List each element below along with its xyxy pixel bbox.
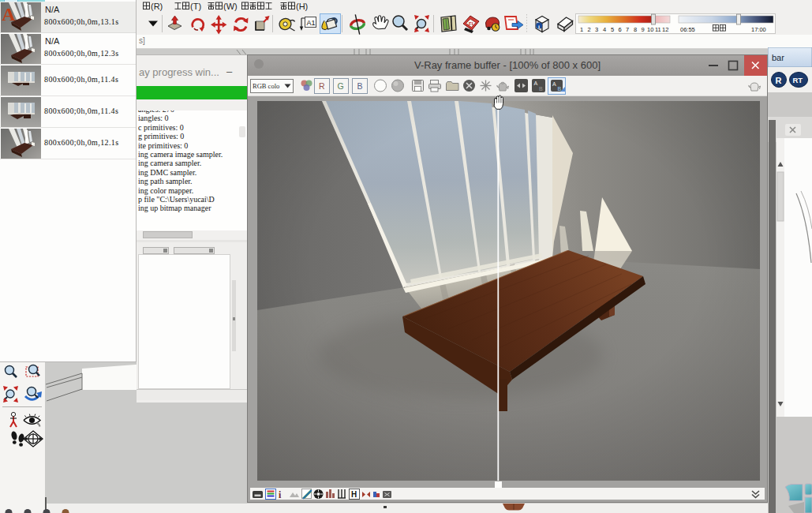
svg-text:17:00: 17:00 bbox=[751, 26, 766, 33]
svg-text:R: R bbox=[319, 81, 325, 91]
svg-text:i: i bbox=[279, 489, 282, 500]
svg-text:06:55: 06:55 bbox=[680, 26, 695, 33]
svg-text:6: 6 bbox=[619, 26, 622, 33]
svg-text:1: 1 bbox=[580, 26, 583, 33]
svg-text:H: H bbox=[351, 490, 357, 499]
svg-text:B: B bbox=[558, 86, 562, 92]
svg-text:B: B bbox=[539, 86, 543, 92]
svg-text:bar: bar bbox=[772, 53, 784, 62]
svg-text:A: A bbox=[2, 4, 16, 24]
svg-text:9: 9 bbox=[642, 26, 645, 33]
svg-text:A: A bbox=[552, 81, 556, 87]
svg-text:5: 5 bbox=[611, 26, 614, 33]
svg-text:3: 3 bbox=[595, 26, 598, 33]
svg-text:FL: FL bbox=[469, 21, 475, 26]
svg-text:R: R bbox=[776, 76, 782, 85]
svg-text:11: 11 bbox=[655, 26, 661, 33]
svg-text:12: 12 bbox=[662, 26, 668, 33]
svg-text:RGB colo: RGB colo bbox=[253, 82, 279, 90]
svg-text:10: 10 bbox=[647, 26, 653, 33]
svg-text:RT: RT bbox=[793, 76, 803, 84]
svg-text:7: 7 bbox=[626, 26, 629, 33]
svg-text:i: i bbox=[538, 24, 540, 30]
svg-text:B: B bbox=[357, 81, 363, 91]
svg-text:A1: A1 bbox=[307, 19, 316, 27]
svg-text:4: 4 bbox=[603, 26, 606, 33]
svg-text:(H): (H) bbox=[296, 2, 308, 11]
svg-text:(T): (T) bbox=[190, 2, 201, 11]
svg-text:A: A bbox=[534, 81, 538, 86]
svg-text:(W): (W) bbox=[223, 2, 238, 11]
svg-text:G: G bbox=[338, 81, 344, 91]
svg-text:8: 8 bbox=[634, 26, 637, 33]
svg-text:(R): (R) bbox=[151, 2, 163, 11]
svg-text:2: 2 bbox=[588, 26, 591, 33]
